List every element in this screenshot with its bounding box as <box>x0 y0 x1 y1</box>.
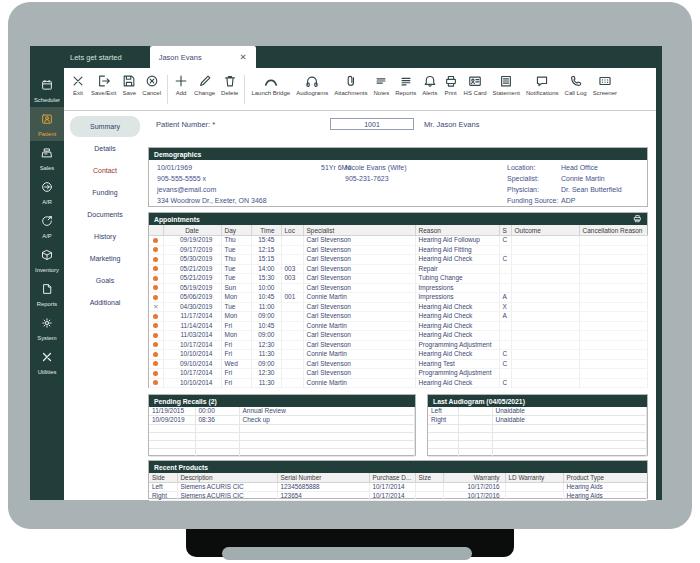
toolbar-save-button[interactable]: Save <box>119 73 139 97</box>
table-row[interactable] <box>428 425 647 433</box>
table-row[interactable]: 09/10/2014Wed09:00Carl StevensonHearing … <box>149 359 647 369</box>
table-row[interactable]: 11/03/2014Mon09:00Carl StevensonHearing … <box>149 331 647 341</box>
table-row[interactable]: 11/14/2014Fri10:45Connie MartinHearing A… <box>149 321 647 331</box>
table-row[interactable]: 05/19/2019Sun10:00Carl StevensonImpressi… <box>149 283 647 293</box>
column-header-side[interactable]: Side <box>149 473 177 483</box>
cell-outcome <box>511 378 579 388</box>
nav-item-details[interactable]: Details <box>70 138 140 159</box>
tab-lets-get-started[interactable]: Lets get started <box>58 46 134 68</box>
patient-number-input[interactable] <box>330 118 414 130</box>
table-row[interactable]: 09/17/2019Tue12:15Carl StevensonHearing … <box>149 245 647 255</box>
table-row[interactable] <box>149 449 415 457</box>
toolbar-alerts-button[interactable]: Alerts <box>419 73 440 97</box>
column-header-size[interactable]: Size <box>415 473 443 483</box>
table-row[interactable]: ✕04/30/2019Tue11:00Carl StevensonHearing… <box>149 302 647 312</box>
table-row[interactable]: 11/19/201500:00Annual Review <box>149 407 415 416</box>
toolbar-exit-button[interactable]: Exit <box>68 73 88 97</box>
toolbar-launch-bridge-button[interactable]: Launch Bridge <box>248 73 293 97</box>
table-row[interactable] <box>428 449 647 457</box>
toolbar-hs-card-button[interactable]: HS Card <box>461 73 490 97</box>
field-value: Head Office <box>561 164 598 171</box>
column-header-date[interactable]: Date <box>163 225 221 236</box>
table-row[interactable]: 10/10/2014Fri11:30Connie MartinHearing A… <box>149 378 647 388</box>
table-row[interactable] <box>149 425 415 433</box>
table-row[interactable] <box>149 441 415 449</box>
nav-item-additional[interactable]: Additional <box>70 292 140 313</box>
table-row[interactable]: 05/06/2019Mon10:45001Connie MartinImpres… <box>149 293 647 303</box>
patient-nav: Summary Details Contact Funding Document… <box>64 115 146 500</box>
toolbar-print-button[interactable]: Print <box>441 73 461 97</box>
column-header-ld-warranty[interactable]: LD Warranty <box>505 473 563 483</box>
column-header-time[interactable]: Time <box>251 225 281 236</box>
nav-item-documents[interactable]: Documents <box>70 204 140 225</box>
sidebar-item-sales[interactable]: Sales <box>30 141 64 175</box>
toolbar-attachments-button[interactable]: Attachments <box>331 73 370 97</box>
table-row[interactable]: 10/17/2014Fri12:30Carl StevensonProgramm… <box>149 369 647 379</box>
table-row[interactable]: 05/30/2019Thu15:15Carl StevensonHearing … <box>149 255 647 265</box>
nav-item-summary[interactable]: Summary <box>70 116 140 137</box>
sidebar-item-reports[interactable]: Reports <box>30 277 64 311</box>
cell-s <box>499 340 511 350</box>
column-header-serial[interactable]: Serial Number <box>277 473 369 483</box>
table-row[interactable]: LeftSiemens ACURIS CIC1234568588810/17/2… <box>149 483 647 492</box>
cell-loc: 001 <box>281 293 303 303</box>
table-row[interactable] <box>149 433 415 441</box>
table-row[interactable] <box>428 441 647 449</box>
column-header-warranty[interactable]: Warranty <box>443 473 505 483</box>
toolbar-add-button[interactable]: Add <box>171 73 191 97</box>
column-header-s[interactable]: S <box>499 225 511 236</box>
table-row[interactable]: 10/09/201908:36Check up <box>149 416 415 425</box>
table-row[interactable]: 09/19/2019Thu15:45Carl StevensonHearing … <box>149 236 647 246</box>
column-header-purchase[interactable]: Purchase D... <box>369 473 415 483</box>
table-row[interactable] <box>428 433 647 441</box>
toolbar-save-exit-button[interactable]: Save/Exit <box>88 73 119 97</box>
column-header-day[interactable]: Day <box>221 225 251 236</box>
save-exit-icon <box>97 74 111 88</box>
sidebar-item-patient[interactable]: Patient <box>30 107 64 141</box>
table-row[interactable]: 05/21/2019Tue15:30003Carl StevensonTubin… <box>149 274 647 284</box>
toolbar-statement-button[interactable]: Statement <box>490 73 523 97</box>
toolbar-reports-button[interactable]: Reports <box>392 73 419 97</box>
toolbar-change-button[interactable]: Change <box>191 73 218 97</box>
table-row[interactable]: 05/21/2019Tue14:00003Carl StevensonRepai… <box>149 264 647 274</box>
nav-item-history[interactable]: History <box>70 226 140 247</box>
printer-icon[interactable] <box>633 214 642 224</box>
toolbar-notes-button[interactable]: Notes <box>371 73 393 97</box>
toolbar-audiograms-button[interactable]: Audiograms <box>293 73 331 97</box>
table-row[interactable]: LeftUnaidable <box>428 407 647 416</box>
demographics-header: Demographics <box>149 148 647 160</box>
cell-time: 15:15 <box>251 255 281 265</box>
table-row[interactable]: 11/17/2014Mon09:00Carl StevensonHearing … <box>149 312 647 322</box>
nav-item-goals[interactable]: Goals <box>70 270 140 291</box>
column-header-outcome[interactable]: Outcome <box>511 225 579 236</box>
sidebar-item-utilities[interactable]: Utilities <box>30 345 64 379</box>
toolbar-delete-button[interactable]: Delete <box>218 73 241 97</box>
toolbar-notifications-button[interactable]: Notifications <box>523 73 562 97</box>
table-row[interactable]: RightSiemens ACURIS CIC12365410/17/20141… <box>149 492 647 501</box>
nav-item-funding[interactable]: Funding <box>70 182 140 203</box>
patient-name: Mr. Jason Evans <box>424 120 479 129</box>
sidebar-item-inventory[interactable]: Inventory <box>30 243 64 277</box>
table-row[interactable]: 10/17/2014Fri12:30Carl StevensonProgramm… <box>149 340 647 350</box>
tab-jason-evans[interactable]: Jason Evans ✕ <box>150 46 256 68</box>
table-row[interactable]: RightUnaidable <box>428 416 647 425</box>
column-header-cancellation[interactable]: Cancellation Reason <box>579 225 647 236</box>
toolbar-call-log-button[interactable]: Call Log <box>562 73 590 97</box>
nav-item-contact[interactable]: Contact <box>70 160 140 181</box>
column-header-description[interactable]: Description <box>177 473 277 483</box>
sidebar-item-ar[interactable]: A/R <box>30 175 64 209</box>
toolbar-screener-button[interactable]: Screener <box>590 73 620 97</box>
sidebar-item-system[interactable]: System <box>30 311 64 345</box>
close-icon[interactable]: ✕ <box>240 53 247 62</box>
column-header-reason[interactable]: Reason <box>415 225 499 236</box>
toolbar-cancel-button[interactable]: Cancel <box>139 73 164 97</box>
column-header-loc[interactable]: Loc <box>281 225 303 236</box>
sidebar-item-scheduler[interactable]: Scheduler <box>30 73 64 107</box>
table-row[interactable]: 10/10/2014Fri11:30Connie MartinHearing A… <box>149 350 647 360</box>
sidebar-item-ap[interactable]: A/P <box>30 209 64 243</box>
cell-status <box>149 264 163 274</box>
column-header-specialist[interactable]: Specialist <box>303 225 415 236</box>
cell-s <box>499 283 511 293</box>
column-header-product-type[interactable]: Product Type <box>563 473 647 483</box>
nav-item-marketing[interactable]: Marketing <box>70 248 140 269</box>
